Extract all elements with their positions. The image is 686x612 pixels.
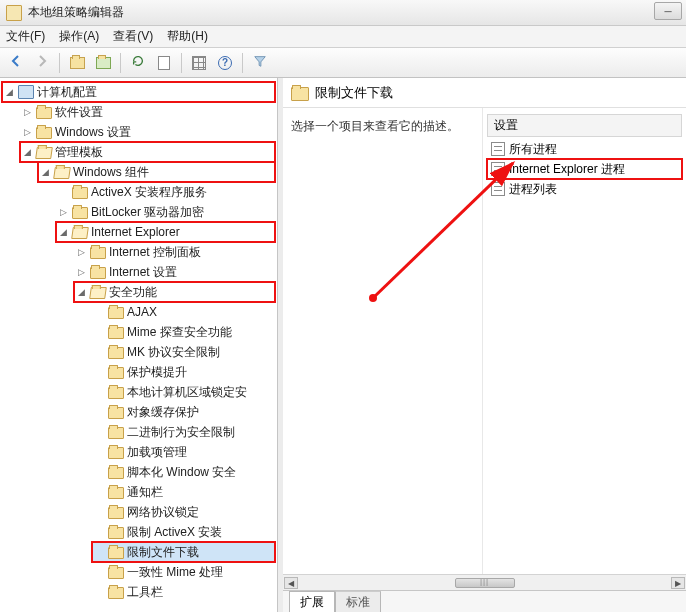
folder-icon (108, 347, 124, 359)
app-icon (6, 5, 22, 21)
show-hide-tree-button[interactable] (91, 51, 115, 75)
tree-node-ajax[interactable]: AJAX (92, 302, 275, 322)
toolbar-separator (120, 53, 121, 73)
folder-icon (108, 587, 124, 599)
folder-icon (108, 387, 124, 399)
back-button[interactable] (4, 51, 28, 75)
settings-column: 设置 所有进程 Internet Explorer 进程 进程列表 (483, 108, 686, 574)
tree-node-ie-settings[interactable]: ▷Internet 设置 (74, 262, 275, 282)
folder-open-icon (89, 287, 107, 299)
menu-file[interactable]: 文件(F) (6, 28, 45, 45)
folder-icon (108, 407, 124, 419)
menu-help[interactable]: 帮助(H) (167, 28, 208, 45)
folder-icon (108, 487, 124, 499)
tree-node-activex[interactable]: ▷ActiveX 安装程序服务 (56, 182, 275, 202)
setting-ie-processes[interactable]: Internet Explorer 进程 (487, 159, 682, 179)
scroll-thumb[interactable] (455, 578, 515, 588)
export-list-button[interactable] (152, 51, 176, 75)
filter-button[interactable] (248, 51, 272, 75)
menu-action[interactable]: 操作(A) (59, 28, 99, 45)
folder-icon (108, 307, 124, 319)
folder-icon (291, 87, 309, 101)
tree-node-ie-control-panel[interactable]: ▷Internet 控制面板 (74, 242, 275, 262)
tree-node-network-proto-lock[interactable]: 网络协议锁定 (92, 502, 275, 522)
folder-icon (108, 447, 124, 459)
folder-icon (108, 467, 124, 479)
policy-icon (491, 142, 505, 156)
content-header: 限制文件下载 (283, 78, 686, 108)
tree-node-toolbar[interactable]: 工具栏 (92, 582, 275, 602)
tree-node-addon-mgmt[interactable]: 加载项管理 (92, 442, 275, 462)
folder-icon (90, 267, 106, 279)
description-text: 选择一个项目来查看它的描述。 (291, 118, 474, 135)
main-split: ◢ 计算机配置 ▷软件设置 ▷Windows 设置 ◢管理模板 ◢Windows… (0, 78, 686, 612)
description-column: 选择一个项目来查看它的描述。 (283, 108, 483, 574)
tree-node-restrict-download[interactable]: 限制文件下载 (92, 542, 275, 562)
refresh-button[interactable] (126, 51, 150, 75)
tree-node-mk-protocol[interactable]: MK 协议安全限制 (92, 342, 275, 362)
tree-node-consistent-mime[interactable]: 一致性 Mime 处理 (92, 562, 275, 582)
folder-open-icon (53, 167, 71, 179)
tree-node-restrict-activex[interactable]: 限制 ActiveX 安装 (92, 522, 275, 542)
folder-open-icon (71, 227, 89, 239)
folder-open-icon (35, 147, 53, 159)
help-button[interactable]: ? (213, 51, 237, 75)
toolbar-separator (242, 53, 243, 73)
menubar: 文件(F) 操作(A) 查看(V) 帮助(H) (0, 26, 686, 48)
scroll-right-button[interactable]: ▶ (671, 577, 685, 589)
folder-icon (36, 107, 52, 119)
forward-button[interactable] (30, 51, 54, 75)
up-button[interactable] (65, 51, 89, 75)
tree-node-software-settings[interactable]: ▷软件设置 (20, 102, 275, 122)
tree-node-notification-bar[interactable]: 通知栏 (92, 482, 275, 502)
settings-column-header[interactable]: 设置 (487, 114, 682, 137)
folder-icon (108, 327, 124, 339)
tree-node-scripted-window[interactable]: 脚本化 Window 安全 (92, 462, 275, 482)
policy-icon (491, 162, 505, 176)
tree-node-computer-config[interactable]: ◢ 计算机配置 (2, 82, 275, 102)
tree-node-mime-sniff[interactable]: Mime 探查安全功能 (92, 322, 275, 342)
tree-node-object-cache[interactable]: 对象缓存保护 (92, 402, 275, 422)
content-title: 限制文件下载 (315, 84, 393, 102)
toolbar: ? (0, 48, 686, 78)
tree-node-bitlocker[interactable]: ▷BitLocker 驱动器加密 (56, 202, 275, 222)
policy-icon (491, 182, 505, 196)
tree-node-admin-templates[interactable]: ◢管理模板 (20, 142, 275, 162)
tree-pane: ◢ 计算机配置 ▷软件设置 ▷Windows 设置 ◢管理模板 ◢Windows… (0, 78, 278, 612)
view-tabs: 扩展 标准 (283, 590, 686, 612)
folder-icon (90, 247, 106, 259)
folder-icon (108, 367, 124, 379)
folder-icon (36, 127, 52, 139)
folder-icon (72, 207, 88, 219)
tree-node-internet-explorer[interactable]: ◢Internet Explorer (56, 222, 275, 242)
titlebar: 本地组策略编辑器 ─ (0, 0, 686, 26)
tree-node-windows-settings[interactable]: ▷Windows 设置 (20, 122, 275, 142)
folder-icon (108, 547, 124, 559)
properties-button[interactable] (187, 51, 211, 75)
toolbar-separator (59, 53, 60, 73)
tree-node-protect-elevation[interactable]: 保护模提升 (92, 362, 275, 382)
folder-icon (108, 567, 124, 579)
tab-standard[interactable]: 标准 (335, 591, 381, 612)
tab-extended[interactable]: 扩展 (289, 591, 335, 612)
folder-icon (108, 507, 124, 519)
setting-process-list[interactable]: 进程列表 (487, 179, 682, 199)
window-title: 本地组策略编辑器 (28, 4, 124, 21)
tree-node-binary-behavior[interactable]: 二进制行为安全限制 (92, 422, 275, 442)
minimize-button[interactable]: ─ (654, 2, 682, 20)
computer-icon (18, 85, 34, 99)
scroll-left-button[interactable]: ◀ (284, 577, 298, 589)
content-pane: 限制文件下载 选择一个项目来查看它的描述。 设置 所有进程 Internet E… (283, 78, 686, 612)
tree-node-local-zone-lock[interactable]: 本地计算机区域锁定安 (92, 382, 275, 402)
folder-icon (72, 187, 88, 199)
folder-icon (108, 427, 124, 439)
toolbar-separator (181, 53, 182, 73)
menu-view[interactable]: 查看(V) (113, 28, 153, 45)
setting-all-processes[interactable]: 所有进程 (487, 139, 682, 159)
folder-icon (108, 527, 124, 539)
tree-node-windows-components[interactable]: ◢Windows 组件 (38, 162, 275, 182)
tree-node-security-features[interactable]: ◢安全功能 (74, 282, 275, 302)
horizontal-scrollbar[interactable]: ◀ ▶ (283, 574, 686, 590)
